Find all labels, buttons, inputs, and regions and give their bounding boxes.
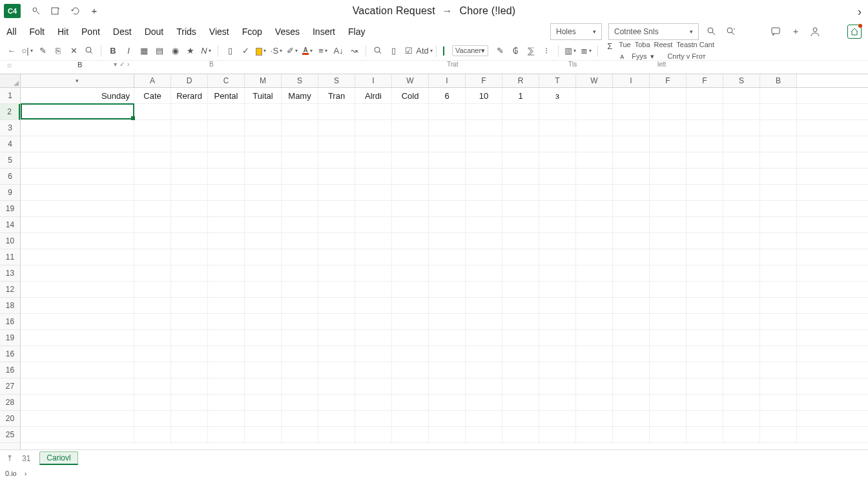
- column-header[interactable]: I: [355, 74, 392, 87]
- cell[interactable]: [429, 330, 466, 346]
- cell[interactable]: [208, 362, 245, 378]
- cell[interactable]: [760, 104, 797, 119]
- tab-hit[interactable]: Hit: [57, 26, 68, 37]
- font-style-icon[interactable]: N▾: [201, 46, 211, 56]
- row-header[interactable]: 9: [0, 185, 20, 201]
- row-header[interactable]: 11: [0, 249, 20, 265]
- cell[interactable]: [318, 411, 355, 426]
- cell[interactable]: [171, 104, 208, 119]
- cell[interactable]: [208, 120, 245, 136]
- cell[interactable]: [245, 378, 282, 394]
- cell[interactable]: [208, 233, 245, 249]
- cell[interactable]: [687, 298, 723, 313]
- cell[interactable]: [392, 104, 429, 119]
- cell[interactable]: [21, 152, 134, 168]
- cell[interactable]: [318, 314, 355, 329]
- cell[interactable]: [723, 120, 760, 136]
- cell[interactable]: [208, 152, 245, 168]
- cell[interactable]: [171, 169, 208, 184]
- insert-cell-icon[interactable]: ▥▾: [565, 46, 575, 56]
- cell[interactable]: [466, 298, 502, 313]
- holes-dropdown[interactable]: Holes▾: [550, 23, 602, 40]
- cell[interactable]: [245, 330, 282, 346]
- cell[interactable]: [466, 330, 502, 346]
- cell[interactable]: [760, 298, 797, 313]
- cell[interactable]: [21, 395, 134, 410]
- lbl-cnrty[interactable]: Cnrty v Frот: [667, 52, 705, 61]
- cell[interactable]: [355, 330, 392, 346]
- delete-cell-icon[interactable]: ≣▾: [581, 46, 591, 56]
- undo-icon[interactable]: [70, 6, 80, 16]
- align-icon[interactable]: ≡▾: [318, 46, 328, 56]
- cell[interactable]: [429, 217, 466, 232]
- row-header[interactable]: 19: [0, 201, 20, 217]
- cell[interactable]: [760, 185, 797, 200]
- cell[interactable]: [576, 265, 613, 281]
- cell[interactable]: [613, 120, 650, 136]
- row-header[interactable]: 27: [0, 378, 20, 395]
- sheet-nav-first-icon[interactable]: ⤒: [6, 454, 13, 463]
- cell[interactable]: [282, 120, 318, 136]
- cell[interactable]: [650, 136, 687, 152]
- cell[interactable]: [392, 346, 429, 362]
- row-header[interactable]: 5: [0, 152, 20, 169]
- cell[interactable]: 6: [429, 88, 466, 103]
- column-header[interactable]: F: [687, 74, 723, 87]
- cell[interactable]: [355, 362, 392, 378]
- cell[interactable]: [171, 298, 208, 313]
- cell[interactable]: [539, 282, 576, 297]
- row-header[interactable]: 12: [0, 282, 20, 298]
- column-header[interactable]: R: [502, 74, 539, 87]
- cell[interactable]: [392, 120, 429, 136]
- home-notify-icon[interactable]: [847, 25, 862, 39]
- cell[interactable]: [318, 152, 355, 168]
- cell[interactable]: [318, 265, 355, 281]
- cell[interactable]: [208, 298, 245, 313]
- row-header[interactable]: 1: [0, 88, 20, 104]
- cell[interactable]: [613, 152, 650, 168]
- cell[interactable]: [760, 136, 797, 152]
- cell[interactable]: [650, 104, 687, 119]
- cell[interactable]: [760, 346, 797, 362]
- cell[interactable]: [723, 378, 760, 394]
- cell[interactable]: [723, 411, 760, 426]
- cell[interactable]: [171, 378, 208, 394]
- cell[interactable]: [760, 169, 797, 184]
- cell[interactable]: [760, 152, 797, 168]
- cell[interactable]: [576, 233, 613, 249]
- cell[interactable]: [355, 217, 392, 232]
- cell[interactable]: [429, 395, 466, 410]
- cell[interactable]: [466, 169, 502, 184]
- column-header[interactable]: W: [392, 74, 429, 87]
- cell[interactable]: [318, 298, 355, 313]
- save-icon[interactable]: [50, 6, 61, 16]
- cell[interactable]: [687, 169, 723, 184]
- row-header[interactable]: 3: [0, 120, 20, 136]
- cell[interactable]: [318, 249, 355, 265]
- cell[interactable]: [208, 411, 245, 426]
- clear-icon[interactable]: ✕: [68, 46, 79, 56]
- cell[interactable]: [355, 282, 392, 297]
- cell[interactable]: [355, 314, 392, 329]
- cell[interactable]: [502, 152, 539, 168]
- fill-color-icon[interactable]: ▾: [256, 46, 266, 56]
- cell[interactable]: [245, 411, 282, 426]
- cell[interactable]: [502, 298, 539, 313]
- cell[interactable]: [134, 233, 171, 249]
- cell[interactable]: [245, 395, 282, 410]
- cell[interactable]: [245, 169, 282, 184]
- cell[interactable]: [318, 346, 355, 362]
- cell[interactable]: [539, 185, 576, 200]
- tab-trids[interactable]: Trids: [176, 26, 196, 37]
- cell[interactable]: [539, 427, 576, 442]
- column-header[interactable]: I: [429, 74, 466, 87]
- column-header[interactable]: B: [760, 74, 797, 87]
- cell[interactable]: [576, 330, 613, 346]
- cell[interactable]: [613, 282, 650, 297]
- cell[interactable]: [502, 249, 539, 265]
- cell[interactable]: Alrdi: [355, 88, 392, 103]
- cell[interactable]: 1: [502, 88, 539, 103]
- cell[interactable]: [723, 249, 760, 265]
- cell[interactable]: [613, 249, 650, 265]
- cell[interactable]: [723, 201, 760, 216]
